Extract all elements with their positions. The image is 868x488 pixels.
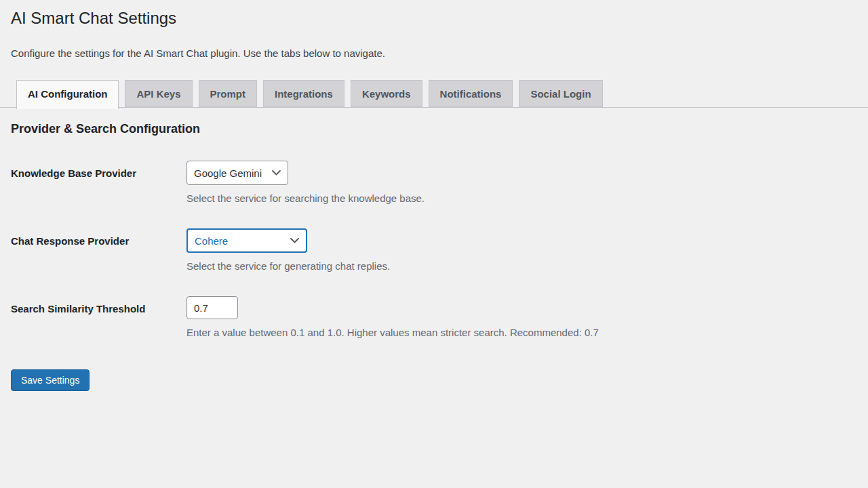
tab-notifications[interactable]: Notifications	[429, 80, 513, 107]
knowledge-base-provider-description: Select the service for searching the kno…	[186, 192, 425, 205]
knowledge-base-provider-select[interactable]: Google Gemini	[186, 161, 288, 185]
tab-keywords[interactable]: Keywords	[351, 80, 422, 107]
chat-response-provider-label: Chat Response Provider	[11, 228, 186, 272]
search-similarity-threshold-description: Enter a value between 0.1 and 1.0. Highe…	[186, 326, 599, 339]
form-row-search-similarity-threshold: Search Similarity Threshold Enter a valu…	[11, 296, 868, 339]
settings-page: AI Smart Chat Settings Configure the set…	[0, 7, 868, 391]
tab-social-login[interactable]: Social Login	[519, 80, 602, 107]
page-description: Configure the settings for the AI Smart …	[11, 47, 857, 60]
search-similarity-threshold-input[interactable]	[186, 296, 238, 319]
chat-response-provider-select[interactable]: Cohere	[186, 228, 307, 253]
tab-api-keys[interactable]: API Keys	[125, 80, 192, 107]
chat-response-provider-selected-value: Cohere	[195, 235, 228, 247]
chevron-down-icon	[290, 238, 299, 243]
knowledge-base-provider-label: Knowledge Base Provider	[11, 161, 186, 205]
tab-ai-configuration[interactable]: AI Configuration	[16, 80, 119, 109]
section-heading: Provider & Search Configuration	[11, 121, 857, 137]
page-title: AI Smart Chat Settings	[11, 7, 857, 28]
search-similarity-threshold-field: Enter a value between 0.1 and 1.0. Highe…	[186, 296, 599, 339]
knowledge-base-provider-field: Google Gemini Select the service for sea…	[186, 161, 425, 205]
chevron-down-icon	[272, 170, 281, 176]
tab-integrations[interactable]: Integrations	[263, 80, 344, 107]
save-settings-button[interactable]: Save Settings	[11, 369, 90, 391]
search-similarity-threshold-label: Search Similarity Threshold	[11, 296, 186, 339]
tab-bar: AI Configuration API Keys Prompt Integra…	[0, 80, 868, 108]
form-row-chat-response-provider: Chat Response Provider Cohere Select the…	[11, 228, 868, 272]
knowledge-base-provider-selected-value: Google Gemini	[194, 167, 262, 179]
chat-response-provider-description: Select the service for generating chat r…	[186, 260, 390, 272]
tab-prompt[interactable]: Prompt	[199, 80, 258, 107]
chat-response-provider-field: Cohere Select the service for generating…	[186, 228, 390, 272]
form-row-knowledge-base-provider: Knowledge Base Provider Google Gemini Se…	[11, 161, 868, 205]
